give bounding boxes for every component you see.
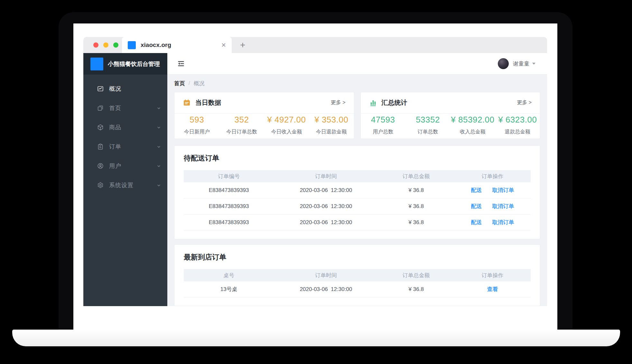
sidebar: 小熊猫餐饮后台管理 概况 首页 [83,53,167,306]
delivery-orders-card: 待配送订单 订单编号 订单时间 订单总金额 订单操作 E838473839393 [174,145,540,239]
view-link[interactable]: 查看 [487,286,498,293]
table-row: E838473839393 2020-03-06 12:30:00 ¥ 36.8… [184,182,531,198]
summary-stats: 47593 用户总数 53352 订单总数 ¥ 85392.00 [361,114,540,139]
collapse-sidebar-button[interactable] [177,60,185,68]
order-amount: ¥ 36.8 [378,187,454,194]
sidebar-item-settings[interactable]: 系统设置 [83,176,167,195]
order-time: 2020-03-06 12:30:00 [274,203,378,210]
table-row: 13号桌 2020-03-06 12:30:00 ¥ 36.8 查看 [184,281,531,297]
card-header: 当日数据 更多 > [174,92,354,114]
stat-cards-row: 当日数据 更多 > 593 今日新用户 352 [174,92,540,139]
order-number: E838473839393 [184,203,274,210]
breadcrumb-home[interactable]: 首页 [174,80,185,87]
product-icon [97,124,104,131]
minimize-window-button[interactable] [103,42,108,48]
sidebar-item-label: 商品 [109,123,121,131]
close-tab-icon[interactable]: × [221,41,226,49]
laptop-screen-bezel: xiaocx.org × + 小熊猫餐饮后台管理 [59,12,572,330]
stat-total-users: 47593 用户总数 [361,115,405,135]
close-window-button[interactable] [93,42,98,48]
calendar-icon [183,99,191,107]
main-area: 谢童童 首页 / 概况 [167,53,547,306]
sidebar-item-home[interactable]: 首页 [83,98,167,118]
settings-icon [97,182,104,189]
order-number: E838473839393 [184,219,274,226]
avatar [498,58,509,69]
chevron-down-icon [157,145,161,149]
today-stats: 593 今日新用户 352 今日订单总数 ¥ 4927.00 [174,114,354,139]
stat-total-orders: 53352 订单总数 [405,115,450,135]
store-orders-card: 最新到店订单 桌号 订单时间 订单总金额 订单操作 13号桌 [174,244,540,306]
user-menu[interactable]: 谢童童 [498,58,535,69]
deliver-link[interactable]: 配送 [471,219,482,226]
sidebar-item-orders[interactable]: 订单 [83,137,167,156]
order-amount: ¥ 36.8 [378,219,454,226]
site-favicon [128,41,136,49]
stat-order-count: 352 今日订单总数 [219,115,264,135]
order-actions: 配送 取消订单 [454,203,531,210]
order-icon [97,143,104,150]
browser-tab[interactable]: xiaocx.org × [122,37,232,53]
maximize-window-button[interactable] [113,42,118,48]
tab-title: xiaocx.org [141,41,171,49]
sidebar-item-overview[interactable]: 概况 [83,79,167,98]
order-time: 2020-03-06 12:30:00 [274,219,378,226]
sidebar-item-users[interactable]: 用户 [83,156,167,176]
order-actions: 查看 [454,286,531,293]
order-number: E838473839393 [184,187,274,194]
new-tab-button[interactable]: + [232,37,245,53]
browser-window: xiaocx.org × + 小熊猫餐饮后台管理 [83,37,547,306]
sidebar-item-label: 首页 [109,104,121,112]
table-row: E838473839393 2020-03-06 12:30:00 ¥ 36.8… [184,214,531,231]
stat-total-income: ¥ 85392.00 收入总金额 [450,115,495,135]
laptop-screen: xiaocx.org × + 小熊猫餐饮后台管理 [73,23,557,330]
summary-more-link[interactable]: 更多 > [517,99,532,106]
laptop-mockup: xiaocx.org × + 小熊猫餐饮后台管理 [0,0,632,364]
chevron-down-icon [157,125,161,130]
laptop-base [12,330,620,346]
section-title: 待配送订单 [184,153,531,163]
card-title: 汇总统计 [382,98,407,107]
order-amount: ¥ 36.8 [378,286,454,293]
app-body: 小熊猫餐饮后台管理 概况 首页 [83,53,547,306]
user-name: 谢童童 [513,60,529,68]
chevron-down-icon [157,183,161,187]
chevron-down-icon [157,106,161,110]
chevron-down-icon [157,164,161,168]
order-actions: 配送 取消订单 [454,187,531,194]
top-bar: 谢童童 [167,53,547,75]
breadcrumb-current: 概况 [193,80,204,87]
table-number: 13号桌 [184,286,274,293]
cancel-order-link[interactable]: 取消订单 [492,187,514,194]
breadcrumb-separator: / [189,80,190,86]
app-title: 小熊猫餐饮后台管理 [108,60,160,68]
card-header: 汇总统计 更多 > [361,92,540,114]
today-more-link[interactable]: 更多 > [331,99,346,106]
deliver-link[interactable]: 配送 [471,203,482,210]
browser-tab-bar: xiaocx.org × + [83,37,547,53]
breadcrumb: 首页 / 概况 [167,75,547,92]
stat-new-users: 593 今日新用户 [174,115,219,135]
table-header: 订单编号 订单时间 订单总金额 订单操作 [184,170,531,182]
table-row: E838473839393 2020-03-06 12:30:00 ¥ 36.8… [184,198,531,214]
caret-down-icon [532,63,535,65]
stat-income: ¥ 4927.00 今日收入金额 [264,115,309,135]
order-time: 2020-03-06 12:30:00 [274,187,378,194]
cancel-order-link[interactable]: 取消订单 [492,203,514,210]
order-time: 2020-03-06 12:30:00 [274,286,378,293]
sidebar-item-label: 用户 [109,162,121,170]
order-amount: ¥ 36.8 [378,203,454,210]
sidebar-item-label: 订单 [109,143,121,150]
user-icon [97,162,104,169]
fold-icon [177,60,185,68]
dashboard-icon [97,85,104,92]
deliver-link[interactable]: 配送 [471,187,482,194]
delivery-orders-table: 订单编号 订单时间 订单总金额 订单操作 E838473839393 2020-… [184,170,531,231]
sidebar-item-label: 概况 [109,85,121,93]
cancel-order-link[interactable]: 取消订单 [492,219,514,226]
sidebar-logo: 小熊猫餐饮后台管理 [83,53,167,75]
sidebar-item-products[interactable]: 商品 [83,118,167,137]
window-controls [83,37,122,53]
store-orders-table: 桌号 订单时间 订单总金额 订单操作 13号桌 2020-03-06 12:30… [184,269,531,297]
today-data-card: 当日数据 更多 > 593 今日新用户 352 [174,92,354,139]
